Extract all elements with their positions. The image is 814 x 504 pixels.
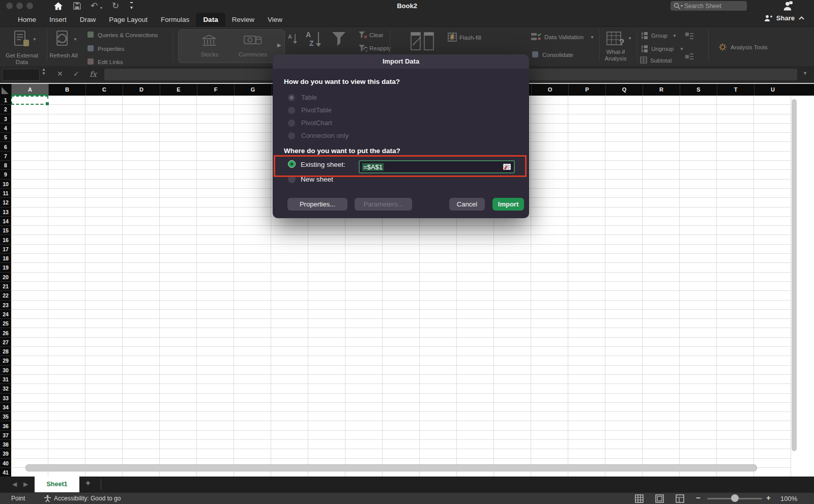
currencies-icon[interactable] (244, 34, 262, 47)
column-header-r[interactable]: R (643, 84, 680, 96)
cancel-button[interactable]: Cancel (449, 198, 485, 211)
hide-detail-icon[interactable] (685, 52, 694, 61)
group-label[interactable]: Group (651, 33, 667, 39)
group-icon[interactable] (641, 32, 648, 40)
clear-filter-icon[interactable] (358, 31, 367, 39)
row-header-13[interactable]: 13 (0, 207, 11, 217)
zoom-in-icon[interactable]: + (766, 493, 771, 502)
data-validation-label[interactable]: Data Validation (544, 34, 584, 40)
row-header-31[interactable]: 31 (0, 375, 11, 384)
row-header-27[interactable]: 27 (0, 338, 11, 347)
normal-view-icon[interactable] (635, 494, 644, 503)
row-header-16[interactable]: 16 (0, 235, 11, 245)
ungroup-dropdown-icon[interactable]: ▼ (680, 47, 684, 51)
column-header-s[interactable]: S (680, 84, 717, 96)
analysis-tools-label[interactable]: Analysis Tools (731, 44, 768, 50)
row-header-7[interactable]: 7 (0, 152, 11, 161)
refresh-all-label[interactable]: Refresh All (49, 52, 78, 59)
tab-data[interactable]: Data (196, 13, 225, 26)
enter-entry-icon[interactable]: ✓ (73, 70, 79, 78)
row-header-20[interactable]: 20 (0, 273, 11, 282)
ungroup-icon[interactable] (641, 45, 648, 53)
group-dropdown-icon[interactable]: ▼ (673, 34, 677, 38)
flash-fill-icon[interactable] (448, 33, 457, 42)
add-sheet-button[interactable]: + (85, 478, 91, 488)
column-header-c[interactable]: C (85, 84, 123, 96)
row-header-9[interactable]: 9 (0, 170, 11, 179)
column-header-u[interactable]: U (754, 84, 791, 96)
row-header-2[interactable]: 2 (0, 105, 11, 114)
tab-page-layout[interactable]: Page Layout (102, 13, 154, 26)
row-header-18[interactable]: 18 (0, 254, 11, 263)
subtotal-label[interactable]: Subtotal (650, 57, 672, 64)
column-header-t[interactable]: T (717, 84, 754, 96)
fill-handle[interactable] (45, 102, 49, 106)
edit-links-label[interactable]: Edit Links (98, 59, 123, 65)
share-button[interactable]: Share (764, 14, 805, 22)
row-header-32[interactable]: 32 (0, 384, 11, 393)
row-header-36[interactable]: 36 (0, 422, 11, 431)
zoom-slider-knob[interactable] (731, 494, 739, 502)
data-validation-dropdown-icon[interactable]: ▼ (590, 35, 594, 40)
tab-draw[interactable]: Draw (73, 13, 103, 26)
analysis-tools-icon[interactable] (718, 43, 727, 51)
show-detail-icon[interactable] (685, 32, 694, 40)
gallery-more-icon[interactable]: ▶ (277, 42, 281, 48)
subtotal-icon[interactable] (640, 56, 647, 64)
tab-home[interactable]: Home (11, 13, 43, 26)
get-external-data-dropdown-icon[interactable]: ▼ (33, 37, 37, 42)
search-box[interactable]: ▾ Search Sheet (671, 1, 747, 11)
zoom-out-icon[interactable]: − (696, 493, 701, 502)
stocks-icon[interactable] (201, 34, 217, 47)
column-header-g[interactable]: G (234, 84, 271, 96)
data-validation-icon[interactable] (531, 33, 541, 41)
cancel-entry-icon[interactable]: ✕ (57, 70, 63, 78)
account-icon[interactable] (783, 1, 793, 11)
row-header-35[interactable]: 35 (0, 412, 11, 421)
row-header-25[interactable]: 25 (0, 319, 11, 328)
what-if-analysis-icon[interactable]: ? (606, 31, 626, 47)
tab-review[interactable]: Review (225, 13, 261, 26)
row-header-15[interactable]: 15 (0, 226, 11, 235)
sort-ascending-icon[interactable]: A (288, 33, 297, 44)
refresh-all-icon[interactable] (54, 31, 71, 49)
range-picker-icon[interactable] (503, 163, 511, 170)
stocks-label[interactable]: Stocks (192, 51, 227, 57)
queries-connections-label[interactable]: Queries & Connections (98, 32, 158, 38)
row-header-41[interactable]: 41 (0, 468, 11, 477)
accessibility-icon[interactable] (44, 495, 51, 502)
row-header-14[interactable]: 14 (0, 217, 11, 226)
flash-fill-label[interactable]: Flash-fill (459, 35, 481, 41)
what-if-dropdown-icon[interactable]: ▼ (628, 36, 632, 41)
connection-properties-label[interactable]: Properties (98, 46, 124, 52)
column-header-b[interactable]: B (48, 84, 85, 96)
row-header-24[interactable]: 24 (0, 310, 11, 319)
vertical-scrollbar[interactable] (792, 99, 797, 451)
clear-filter-label[interactable]: Clear (369, 32, 383, 38)
consolidate-label[interactable]: Consolidate (542, 52, 573, 58)
range-input[interactable]: =$A$1 (359, 160, 515, 173)
row-header-6[interactable]: 6 (0, 142, 11, 152)
column-header-f[interactable]: F (197, 84, 234, 96)
filter-icon[interactable] (332, 31, 346, 47)
import-button[interactable]: Import (492, 198, 524, 211)
ungroup-label[interactable]: Ungroup (651, 46, 674, 52)
row-header-8[interactable]: 8 (0, 161, 11, 170)
active-cell-marquee[interactable] (11, 96, 48, 105)
column-header-d[interactable]: D (123, 84, 160, 96)
row-header-40[interactable]: 40 (0, 459, 11, 468)
next-sheet-icon[interactable]: ▶ (23, 481, 28, 488)
select-all-corner[interactable] (0, 84, 11, 96)
row-header-12[interactable]: 12 (0, 198, 11, 207)
row-header-38[interactable]: 38 (0, 440, 11, 449)
currencies-label[interactable]: Currencies (234, 51, 272, 57)
row-header-17[interactable]: 17 (0, 245, 11, 254)
column-header-o[interactable]: O (531, 84, 568, 96)
column-header-q[interactable]: Q (605, 84, 643, 96)
row-header-30[interactable]: 30 (0, 366, 11, 375)
text-to-columns-icon[interactable] (410, 31, 434, 52)
row-header-39[interactable]: 39 (0, 449, 11, 458)
dialog-title-bar[interactable]: Import Data (273, 54, 529, 69)
row-header-5[interactable]: 5 (0, 133, 11, 142)
tab-view[interactable]: View (261, 13, 289, 26)
